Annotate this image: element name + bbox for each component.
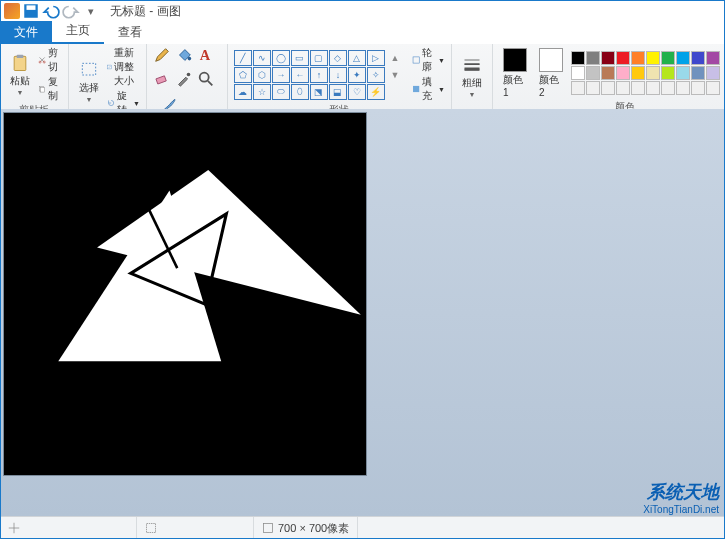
palette-swatch[interactable] [706,51,720,65]
svg-rect-25 [147,524,156,533]
palette-swatch[interactable] [571,66,585,80]
palette-swatch[interactable] [676,81,690,95]
group-clipboard: 粘贴 ▼ 剪切 复制 剪贴板 [0,44,69,109]
svg-point-13 [187,73,191,77]
canvas[interactable] [4,113,366,475]
svg-point-14 [200,73,209,82]
select-button[interactable]: 选择 ▼ [75,58,103,105]
palette-swatch[interactable] [586,66,600,80]
text-icon[interactable]: A [197,46,215,66]
pencil-icon[interactable] [153,46,171,66]
magnifier-icon[interactable] [197,70,215,90]
picker-icon[interactable] [175,70,193,90]
palette-swatch[interactable] [646,66,660,80]
palette-swatch[interactable] [676,51,690,65]
palette-swatch[interactable] [571,51,585,65]
palette-swatch[interactable] [631,66,645,80]
svg-text:A: A [200,47,211,63]
svg-rect-26 [264,524,273,533]
palette-swatch[interactable] [691,66,705,80]
svg-rect-2 [14,56,26,70]
color1-button[interactable]: 颜色 1 [499,46,531,100]
palette-swatch[interactable] [601,81,615,95]
group-tools: A 刷子 ▼ 工具 [147,44,228,109]
group-thickness: 粗细 ▼ [452,44,493,109]
palette-swatch[interactable] [616,81,630,95]
qat-dropdown-icon[interactable]: ▾ [82,2,100,20]
home-tab[interactable]: 主页 [52,19,104,44]
redo-icon[interactable] [62,2,80,20]
tab-row: 文件 主页 查看 [0,22,725,44]
palette-swatch[interactable] [706,66,720,80]
palette-swatch[interactable] [601,66,615,80]
canvas-size: 700 × 700像素 [254,517,358,539]
svg-rect-8 [82,63,95,75]
cut-button[interactable]: 剪切 [38,46,62,74]
color2-button[interactable]: 颜色 2 [535,46,567,100]
canvas-area[interactable] [0,109,725,517]
color-palette[interactable] [571,51,720,95]
fill-button[interactable]: 填充 ▼ [412,75,445,103]
svg-rect-15 [413,57,419,63]
palette-swatch[interactable] [616,66,630,80]
svg-rect-7 [41,87,45,92]
bucket-icon[interactable] [175,46,193,66]
selection-size [137,517,254,539]
palette-swatch[interactable] [586,81,600,95]
svg-rect-1 [27,5,36,10]
view-tab[interactable]: 查看 [104,21,156,44]
palette-swatch[interactable] [616,51,630,65]
group-image: 选择 ▼ 重新调整大小 旋转 ▼ 图像 [69,44,147,109]
cursor-pos [0,517,137,539]
resize-button[interactable]: 重新调整大小 [107,46,140,88]
undo-icon[interactable] [42,2,60,20]
app-icon [4,3,20,19]
ribbon: 粘贴 ▼ 剪切 复制 剪贴板 选择 ▼ 重新调整大小 旋转 ▼ 图像 [0,44,725,110]
file-tab[interactable]: 文件 [0,21,52,44]
svg-rect-16 [413,86,419,92]
thickness-button[interactable]: 粗细 ▼ [458,53,486,100]
palette-swatch[interactable] [661,81,675,95]
watermark: 系统天地 XiTongTianDi.net [643,480,719,515]
titlebar: ▾ 无标题 - 画图 [0,0,725,22]
outline-button[interactable]: 轮廓 ▼ [412,46,445,74]
palette-swatch[interactable] [586,51,600,65]
statusbar: 700 × 700像素 [0,516,725,539]
window-title: 无标题 - 画图 [110,3,181,20]
eraser-icon[interactable] [153,70,171,90]
svg-point-10 [188,57,192,61]
svg-rect-12 [156,76,166,84]
palette-swatch[interactable] [571,81,585,95]
save-icon[interactable] [22,2,40,20]
palette-swatch[interactable] [646,51,660,65]
palette-swatch[interactable] [676,66,690,80]
palette-swatch[interactable] [661,51,675,65]
shape-gallery[interactable]: ╱∿◯▭▢◇△▷▲ ⬠⬡→←↑↓✦✧▼ ☁☆⬭⬯⬔⬓♡⚡ [234,50,404,100]
palette-swatch[interactable] [646,81,660,95]
palette-swatch[interactable] [631,51,645,65]
palette-swatch[interactable] [691,51,705,65]
palette-swatch[interactable] [601,51,615,65]
palette-swatch[interactable] [631,81,645,95]
palette-swatch[interactable] [706,81,720,95]
svg-rect-3 [17,55,24,58]
palette-swatch[interactable] [691,81,705,95]
group-colors: 颜色 1 颜色 2 编辑颜色 颜色 [493,44,725,109]
paste-button[interactable]: 粘贴 ▼ [6,51,34,98]
copy-button[interactable]: 复制 [38,75,62,103]
group-shapes: ╱∿◯▭▢◇△▷▲ ⬠⬡→←↑↓✦✧▼ ☁☆⬭⬯⬔⬓♡⚡ 轮廓 ▼ 填充 ▼ 形… [228,44,452,109]
palette-swatch[interactable] [661,66,675,80]
